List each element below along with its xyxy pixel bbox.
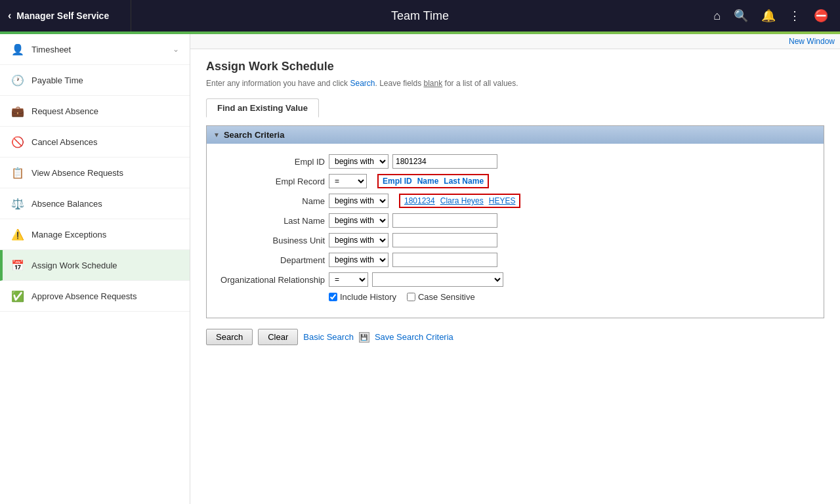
assign-work-schedule-icon: 📅 (10, 258, 25, 272)
sidebar-item-approve-absence-requests[interactable]: ✅ Approve Absence Requests (0, 281, 190, 312)
sidebar: 👤 Timesheet ⌄ 🕐 Payable Time 💼 Request A… (0, 34, 190, 504)
sidebar-item-label: Payable Time (32, 75, 179, 85)
empl-id-operator[interactable]: begins with contains = not = (329, 154, 388, 169)
sidebar-item-label: Absence Balances (32, 199, 179, 209)
sidebar-item-label: Request Absence (32, 106, 179, 116)
sidebar-item-timesheet[interactable]: 👤 Timesheet ⌄ (0, 34, 190, 65)
back-label: Manager Self Service (16, 10, 109, 21)
new-window-link[interactable]: New Window (190, 34, 840, 49)
page-title: Assign Work Schedule (206, 60, 824, 74)
include-history-checkbox[interactable] (329, 293, 337, 301)
checkbox-row: Include History Case Sensitive (329, 292, 810, 302)
back-arrow-icon: ‹ (8, 10, 11, 22)
content-inner: Assign Work Schedule Enter any informati… (190, 49, 840, 356)
content-area: New Window Assign Work Schedule Enter an… (190, 34, 840, 504)
name-label: Name (220, 196, 325, 206)
sidebar-item-label: View Absence Requests (32, 168, 179, 178)
save-search-criteria-button[interactable]: Save Search Criteria (375, 332, 453, 342)
clear-button[interactable]: Clear (258, 329, 298, 345)
business-unit-operator[interactable]: begins with contains = not = (329, 233, 388, 247)
more-icon[interactable]: ⋮ (785, 6, 805, 26)
sidebar-item-absence-balances[interactable]: ⚖️ Absence Balances (0, 188, 190, 219)
search-criteria-body: Empl ID begins with contains = not = Emp… (207, 144, 824, 318)
sidebar-item-label: Cancel Absences (32, 137, 179, 147)
cancel-absences-icon: 🚫 (10, 135, 25, 149)
timesheet-icon: 👤 (10, 42, 25, 56)
view-absence-icon: 📋 (10, 165, 25, 180)
topbar-icons: ⌂ 🔍 🔔 ⋮ ⛔ (709, 6, 840, 26)
topbar-title: Team Time (391, 9, 449, 23)
case-sensitive-label: Case Sensitive (418, 292, 475, 302)
search-criteria-box: ▼ Search Criteria Empl ID begins with co… (206, 125, 824, 318)
include-history-checkbox-item[interactable]: Include History (329, 292, 396, 302)
save-search-criteria-label: Save Search Criteria (375, 332, 453, 342)
basic-search-label: Basic Search (303, 332, 354, 342)
chevron-down-icon: ⌄ (173, 45, 179, 54)
tab-container: Find an Existing Value (206, 98, 824, 117)
collapse-triangle-icon: ▼ (213, 131, 220, 138)
absence-balances-icon: ⚖️ (10, 196, 25, 211)
block-icon[interactable]: ⛔ (810, 6, 832, 26)
org-relationship-label: Organizational Relationship (220, 275, 325, 285)
approve-absence-icon: ✅ (10, 289, 25, 303)
basic-search-button[interactable]: Basic Search (303, 332, 354, 342)
org-relationship-value-select[interactable] (372, 272, 503, 287)
search-button[interactable]: Search (206, 329, 253, 345)
include-history-label: Include History (340, 292, 396, 302)
sidebar-item-label: Assign Work Schedule (32, 261, 179, 270)
empl-record-dropdown-result: Empl ID Name Last Name (377, 174, 489, 188)
department-input[interactable] (392, 253, 497, 267)
empl-record-operator[interactable]: = not = < > (329, 174, 367, 188)
last-name-operator[interactable]: begins with contains = not = (329, 213, 388, 228)
empl-record-row: Empl Record = not = < > Empl ID Name Las… (220, 174, 810, 188)
dropdown-name-header[interactable]: Name (417, 177, 439, 186)
bell-icon[interactable]: 🔔 (757, 6, 780, 26)
empl-id-input[interactable] (392, 154, 497, 169)
empl-record-label: Empl Record (220, 177, 325, 186)
page-subtitle: Enter any information you have and click… (206, 79, 824, 88)
back-nav[interactable]: ‹ Manager Self Service (0, 0, 131, 32)
last-name-row: Last Name begins with contains = not = (220, 213, 810, 228)
last-name-label: Last Name (220, 216, 325, 226)
org-relationship-operator[interactable]: = not = (329, 272, 368, 287)
sidebar-item-manage-exceptions[interactable]: ⚠️ Manage Exceptions (0, 219, 190, 250)
sidebar-item-request-absence[interactable]: 💼 Request Absence (0, 96, 190, 127)
last-name-input[interactable] (392, 213, 497, 228)
business-unit-input[interactable] (392, 233, 497, 247)
empl-id-label: Empl ID (220, 157, 325, 167)
dropdown-empl-id-value[interactable]: 1801234 (404, 196, 435, 205)
dropdown-last-name-header[interactable]: Last Name (444, 177, 484, 186)
name-operator[interactable]: begins with contains = not = (329, 194, 388, 208)
dropdown-last-name-value[interactable]: HEYES (489, 196, 516, 205)
dropdown-name-value[interactable]: Clara Heyes (440, 196, 484, 205)
topbar: ‹ Manager Self Service Team Time ⌂ 🔍 🔔 ⋮… (0, 0, 840, 32)
search-criteria-header[interactable]: ▼ Search Criteria (207, 126, 824, 144)
department-label: Department (220, 255, 325, 265)
sidebar-item-cancel-absences[interactable]: 🚫 Cancel Absences (0, 127, 190, 158)
payable-time-icon: 🕐 (10, 73, 25, 87)
tab-find-existing-value[interactable]: Find an Existing Value (206, 98, 319, 117)
main-layout: 👤 Timesheet ⌄ 🕐 Payable Time 💼 Request A… (0, 34, 840, 504)
search-icon[interactable]: 🔍 (730, 6, 752, 26)
sidebar-item-payable-time[interactable]: 🕐 Payable Time (0, 65, 190, 96)
department-row: Department begins with contains = not = (220, 253, 810, 267)
sidebar-item-label: Manage Exceptions (32, 230, 179, 240)
request-absence-icon: 💼 (10, 104, 25, 118)
empl-id-row: Empl ID begins with contains = not = (220, 154, 810, 169)
save-search-icon: 💾 (359, 332, 369, 343)
home-icon[interactable]: ⌂ (709, 7, 724, 26)
sidebar-item-view-absence-requests[interactable]: 📋 View Absence Requests (0, 158, 190, 188)
business-unit-row: Business Unit begins with contains = not… (220, 233, 810, 247)
department-operator[interactable]: begins with contains = not = (329, 253, 388, 267)
sidebar-item-assign-work-schedule[interactable]: 📅 Assign Work Schedule (0, 250, 190, 281)
manage-exceptions-icon: ⚠️ (10, 227, 25, 242)
business-unit-label: Business Unit (220, 236, 325, 245)
sidebar-item-label: Approve Absence Requests (32, 291, 179, 301)
sidebar-collapse-handle[interactable]: ▮▮ (190, 256, 190, 282)
empl-record-data-row: Name begins with contains = not = 180123… (220, 194, 810, 208)
dropdown-empl-id-header[interactable]: Empl ID (383, 177, 412, 186)
case-sensitive-checkbox-item[interactable]: Case Sensitive (407, 292, 475, 302)
button-row: Search Clear Basic Search 💾 Save Search … (206, 329, 824, 345)
case-sensitive-checkbox[interactable] (407, 293, 415, 301)
org-relationship-row: Organizational Relationship = not = (220, 272, 810, 287)
